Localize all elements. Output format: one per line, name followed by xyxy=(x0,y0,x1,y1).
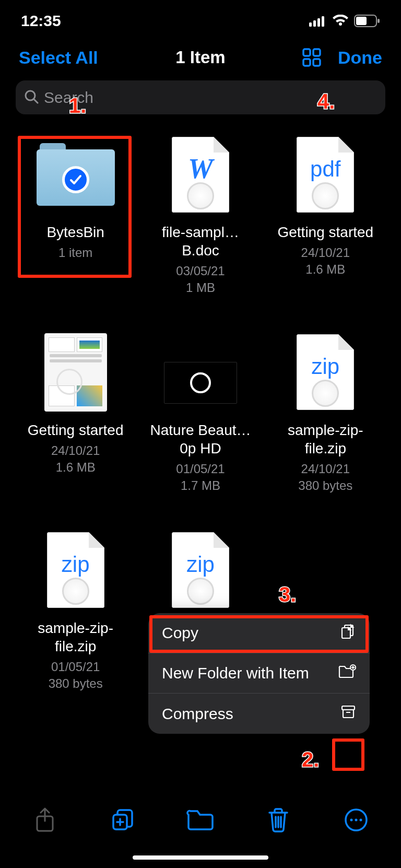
file-item-image[interactable]: Getting started 24/10/21 1.6 MB xyxy=(16,333,135,495)
svg-rect-5 xyxy=(356,17,367,25)
svg-rect-6 xyxy=(378,19,380,23)
file-date: 01/05/21 xyxy=(176,461,225,477)
svg-rect-2 xyxy=(317,18,320,27)
svg-rect-0 xyxy=(309,22,312,27)
doc-badge: W xyxy=(172,153,229,185)
doc-thumbnail: pdf xyxy=(284,135,367,214)
doc-thumbnail: zip xyxy=(284,333,367,412)
signal-icon xyxy=(309,15,327,27)
home-indicator xyxy=(133,855,268,860)
file-item-video[interactable]: Nature Beaut…0p HD 01/05/21 1.7 MB xyxy=(140,333,260,495)
file-name: Getting started xyxy=(277,223,373,241)
status-right xyxy=(309,15,380,27)
file-name: Getting started xyxy=(28,421,124,439)
file-name: sample-zip-file.zip xyxy=(21,619,131,655)
menu-new-folder[interactable]: New Folder with Item xyxy=(148,653,370,694)
annotation-box-2 xyxy=(332,738,364,771)
select-all-button[interactable]: Select All xyxy=(19,48,98,68)
svg-rect-10 xyxy=(313,59,320,66)
folder-icon xyxy=(186,808,215,834)
file-size: 1.6 MB xyxy=(51,459,100,476)
archive-icon xyxy=(340,704,356,723)
file-date: 24/10/21 xyxy=(298,461,352,477)
file-size: 1.7 MB xyxy=(176,477,225,494)
context-menu: Copy New Folder with Item Compress xyxy=(148,613,370,734)
file-size: 380 bytes xyxy=(49,675,103,692)
status-time: 12:35 xyxy=(21,12,61,30)
more-button[interactable] xyxy=(340,805,372,837)
file-size: 380 bytes xyxy=(298,477,352,494)
doc-thumbnail: W xyxy=(159,135,242,214)
file-date: 01/05/21 xyxy=(49,659,103,675)
folder-thumbnail xyxy=(34,135,117,214)
doc-badge: zip xyxy=(47,552,104,577)
trash-icon xyxy=(267,807,289,835)
status-bar: 12:35 xyxy=(0,0,401,42)
delete-button[interactable] xyxy=(263,805,294,837)
svg-line-12 xyxy=(34,99,38,103)
image-thumbnail xyxy=(34,333,117,412)
file-name: file-sampl…B.doc xyxy=(146,223,255,260)
video-thumbnail xyxy=(159,333,242,412)
file-item-folder[interactable]: BytesBin 1 item xyxy=(16,135,135,297)
nav-bar: Select All 1 Item Done xyxy=(0,42,401,73)
duplicate-button[interactable] xyxy=(107,805,138,837)
selected-check-icon xyxy=(62,166,89,193)
file-meta: 1 item xyxy=(58,244,92,261)
svg-point-24 xyxy=(359,819,362,822)
file-name: sample-zip-file.zip xyxy=(270,421,380,458)
svg-rect-7 xyxy=(303,49,310,56)
new-folder-icon xyxy=(338,664,356,683)
doc-badge: zip xyxy=(172,552,229,577)
move-button[interactable] xyxy=(185,805,216,837)
menu-compress[interactable]: Compress xyxy=(148,694,370,734)
file-name: BytesBin xyxy=(46,223,104,241)
done-button[interactable]: Done xyxy=(338,48,382,68)
file-item-zip[interactable]: zip sample-zip-file.zip 01/05/21 380 byt… xyxy=(16,531,135,693)
doc-badge: pdf xyxy=(297,157,354,182)
file-date: 03/05/21 xyxy=(176,263,225,279)
file-date: 24/10/21 xyxy=(51,442,100,459)
annotation-2: 2. xyxy=(302,748,319,771)
file-size: 1.6 MB xyxy=(301,261,350,278)
duplicate-icon xyxy=(111,808,135,834)
menu-copy-label: Copy xyxy=(162,624,198,642)
doc-thumbnail: zip xyxy=(159,531,242,609)
svg-point-23 xyxy=(355,819,357,822)
svg-rect-3 xyxy=(322,16,324,27)
file-item-doc[interactable]: W file-sampl…B.doc 03/05/21 1 MB xyxy=(140,135,260,297)
file-grid: BytesBin 1 item W file-sampl…B.doc 03/05… xyxy=(0,114,401,692)
search-icon xyxy=(24,89,39,106)
svg-rect-1 xyxy=(313,20,316,27)
wifi-icon xyxy=(332,15,349,27)
search-bar[interactable] xyxy=(16,80,385,114)
svg-rect-8 xyxy=(313,49,320,56)
file-date: 24/10/21 xyxy=(301,244,350,261)
copy-icon xyxy=(339,623,356,643)
menu-new-folder-label: New Folder with Item xyxy=(162,664,309,682)
share-button[interactable] xyxy=(29,805,61,837)
svg-point-22 xyxy=(350,819,352,822)
battery-icon xyxy=(354,15,380,27)
file-item-zip[interactable]: zip sample-zip-file.zip 24/10/21 380 byt… xyxy=(266,333,385,495)
menu-compress-label: Compress xyxy=(162,705,233,723)
doc-badge: zip xyxy=(297,354,354,379)
file-name: Nature Beaut…0p HD xyxy=(146,421,255,458)
file-size: 1 MB xyxy=(176,279,225,296)
doc-thumbnail: zip xyxy=(34,531,117,609)
file-item-pdf[interactable]: pdf Getting started 24/10/21 1.6 MB xyxy=(266,135,385,297)
svg-rect-17 xyxy=(343,710,353,718)
view-mode-icon[interactable] xyxy=(301,47,322,68)
menu-copy[interactable]: Copy xyxy=(148,613,370,653)
search-input[interactable] xyxy=(44,89,377,107)
share-icon xyxy=(34,807,56,835)
more-icon xyxy=(344,808,368,834)
svg-rect-9 xyxy=(303,59,310,66)
